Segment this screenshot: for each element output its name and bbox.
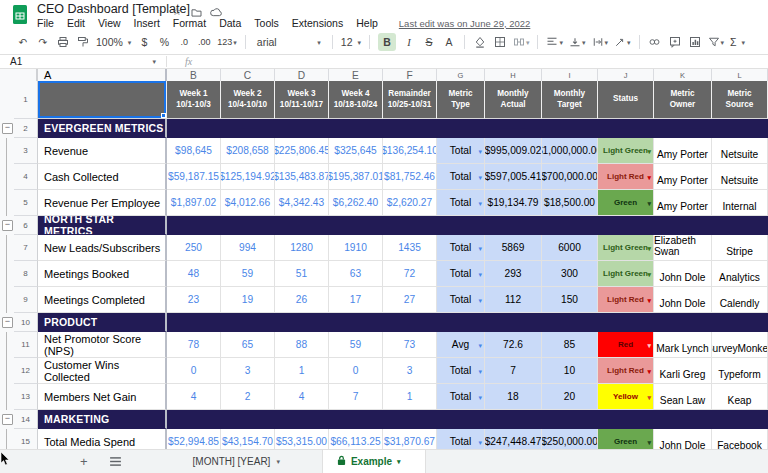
- insert-comment-button[interactable]: [668, 33, 682, 51]
- borders-button[interactable]: [493, 33, 507, 51]
- selection-fill-handle[interactable]: [161, 113, 166, 118]
- more-formats-button[interactable]: 123▾: [217, 33, 237, 51]
- collapse-group-button[interactable]: −: [2, 414, 13, 425]
- monthly-target-cell[interactable]: 6000: [542, 235, 598, 261]
- metric-source-cell[interactable]: Internal: [712, 190, 768, 216]
- metric-source-cell[interactable]: Keap: [712, 384, 768, 410]
- row-header-2[interactable]: 2: [14, 119, 38, 138]
- meta-header-monthly-actual[interactable]: MonthlyActual: [485, 81, 542, 119]
- monthly-target-cell[interactable]: $250,000.00: [542, 429, 598, 450]
- monthly-target-cell[interactable]: 10: [542, 358, 598, 384]
- week-value-cell[interactable]: 88: [275, 332, 329, 358]
- column-header-B[interactable]: B: [167, 69, 221, 81]
- metric-name-cell[interactable]: New Leads/Subscribers: [38, 235, 167, 261]
- menu-extensions[interactable]: Extensions: [292, 17, 343, 29]
- select-all-corner[interactable]: [0, 69, 38, 81]
- monthly-actual-cell[interactable]: 112: [485, 287, 542, 313]
- week-value-cell[interactable]: $59,187.15: [167, 164, 221, 190]
- monthly-target-cell[interactable]: $700,000.00: [542, 164, 598, 190]
- metric-source-cell[interactable]: Calendly: [712, 287, 768, 313]
- metric-source-cell[interactable]: Netsuite: [712, 138, 768, 164]
- week-value-cell[interactable]: 63: [329, 261, 383, 287]
- section-fill-cell[interactable]: [167, 216, 768, 235]
- row-header-1[interactable]: 1: [14, 81, 38, 119]
- week-value-cell[interactable]: 1910: [329, 235, 383, 261]
- week-value-cell[interactable]: 19: [221, 287, 275, 313]
- redo-button[interactable]: ↷: [36, 33, 50, 51]
- bold-button[interactable]: B: [378, 33, 396, 51]
- week-value-cell[interactable]: $43,154.70: [221, 429, 275, 450]
- status-dropdown-icon[interactable]: ▾: [647, 173, 651, 180]
- text-wrap-button[interactable]: ▾: [592, 33, 609, 51]
- menu-file[interactable]: File: [37, 17, 54, 29]
- font-select[interactable]: arial▾: [254, 33, 324, 51]
- week-value-cell[interactable]: 4: [167, 384, 221, 410]
- metric-source-cell[interactable]: SurveyMonkey: [712, 332, 768, 358]
- insert-link-button[interactable]: [648, 33, 662, 51]
- section-fill-cell[interactable]: [167, 119, 768, 138]
- week-value-cell[interactable]: 1280: [275, 235, 329, 261]
- font-size-select[interactable]: 12 ▾: [341, 33, 361, 51]
- print-button[interactable]: [56, 33, 70, 51]
- metric-owner-cell[interactable]: John Dole: [654, 287, 712, 313]
- week-value-cell[interactable]: $31,870.67: [383, 429, 437, 450]
- metric-name-cell[interactable]: Cash Collected: [38, 164, 167, 190]
- metric-owner-cell[interactable]: Amy Porter: [654, 164, 712, 190]
- status-dropdown-icon[interactable]: ▾: [647, 270, 651, 277]
- week-value-cell[interactable]: $225,806.45: [275, 138, 329, 164]
- type-dropdown-icon[interactable]: ▾: [478, 270, 482, 277]
- week-value-cell[interactable]: 73: [383, 332, 437, 358]
- week-value-cell[interactable]: 1: [383, 384, 437, 410]
- week-value-cell[interactable]: $52,994.85: [167, 429, 221, 450]
- status-dropdown-icon[interactable]: ▾: [647, 199, 651, 206]
- all-sheets-button[interactable]: [110, 457, 121, 466]
- decrease-decimal-button[interactable]: .0: [177, 33, 191, 51]
- type-dropdown-icon[interactable]: ▾: [478, 173, 482, 180]
- metric-name-cell[interactable]: Net Promotor Score (NPS): [38, 332, 167, 358]
- monthly-target-cell[interactable]: 85: [542, 332, 598, 358]
- week-value-cell[interactable]: $136,254.10: [383, 138, 437, 164]
- week-value-cell[interactable]: 250: [167, 235, 221, 261]
- metric-type-cell[interactable]: Total▾: [437, 429, 485, 450]
- type-dropdown-icon[interactable]: ▾: [478, 393, 482, 400]
- status-cell-green[interactable]: Green▾: [598, 429, 654, 450]
- status-dropdown-icon[interactable]: ▾: [647, 438, 651, 445]
- week-value-cell[interactable]: $4,342.43: [275, 190, 329, 216]
- menu-insert[interactable]: Insert: [134, 17, 160, 29]
- week-value-cell[interactable]: 1435: [383, 235, 437, 261]
- week-value-cell[interactable]: 51: [275, 261, 329, 287]
- metric-type-cell[interactable]: Total▾: [437, 384, 485, 410]
- metric-owner-cell[interactable]: Sean Law: [654, 384, 712, 410]
- functions-button[interactable]: Σ ▾: [730, 33, 745, 51]
- week-value-cell[interactable]: $135,483.87: [275, 164, 329, 190]
- text-color-button[interactable]: A: [442, 33, 456, 51]
- monthly-actual-cell[interactable]: $19,134.79: [485, 190, 542, 216]
- week-value-cell[interactable]: 994: [221, 235, 275, 261]
- monthly-actual-cell[interactable]: 7: [485, 358, 542, 384]
- section-title-cell[interactable]: NORTH STAR METRICS: [38, 216, 167, 235]
- status-dropdown-icon[interactable]: ▾: [647, 367, 651, 374]
- row-header-3[interactable]: 3: [14, 138, 38, 164]
- metric-name-cell[interactable]: Revenue: [38, 138, 167, 164]
- week-value-cell[interactable]: $6,262.40: [329, 190, 383, 216]
- week-value-cell[interactable]: 0: [167, 358, 221, 384]
- week-value-cell[interactable]: 26: [275, 287, 329, 313]
- row-header-6[interactable]: 6: [14, 216, 38, 235]
- row-header-8[interactable]: 8: [14, 261, 38, 287]
- status-cell-light_red[interactable]: Light Red▾: [598, 164, 654, 190]
- status-cell-light_red[interactable]: Light Red▾: [598, 287, 654, 313]
- sheet-tab-example-active[interactable]: Example▾: [322, 450, 426, 473]
- row-header-7[interactable]: 7: [14, 235, 38, 261]
- week-value-cell[interactable]: 27: [383, 287, 437, 313]
- metric-name-cell[interactable]: Revenue Per Employee: [38, 190, 167, 216]
- status-dropdown-icon[interactable]: ▾: [647, 147, 651, 154]
- column-header-H[interactable]: H: [485, 69, 542, 81]
- week-value-cell[interactable]: 59: [221, 261, 275, 287]
- name-box-caret-icon[interactable]: ▾: [152, 58, 156, 65]
- menu-edit[interactable]: Edit: [67, 17, 85, 29]
- metric-type-cell[interactable]: Total▾: [437, 138, 485, 164]
- column-header-C[interactable]: C: [221, 69, 275, 81]
- monthly-actual-cell[interactable]: 293: [485, 261, 542, 287]
- meta-header-metric-owner[interactable]: MetricOwner: [654, 81, 712, 119]
- collapse-group-button[interactable]: −: [2, 317, 13, 328]
